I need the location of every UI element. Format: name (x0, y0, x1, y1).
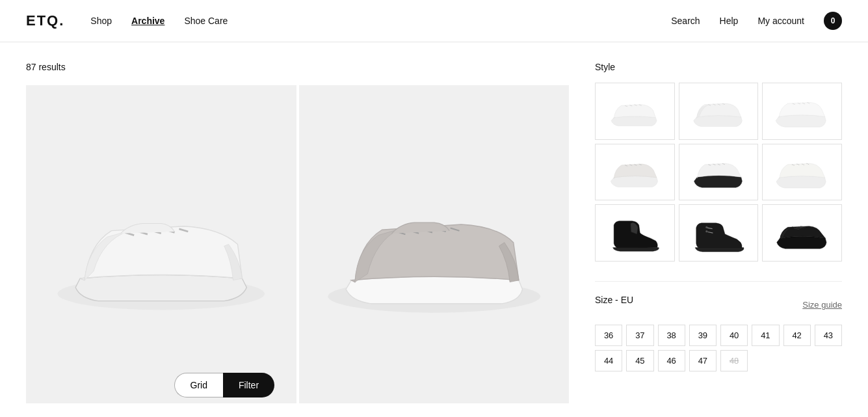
style-card-6[interactable] (762, 144, 842, 201)
style-card-4[interactable] (595, 144, 675, 201)
size-grid: 36373839404142434445464748 (595, 325, 842, 371)
product-area: 87 results (26, 42, 595, 403)
nav-shop[interactable]: Shop (90, 16, 112, 26)
style-card-image-4 (601, 151, 668, 193)
sidebar-filters: Style (595, 42, 842, 403)
size-btn-37[interactable]: 37 (626, 325, 653, 346)
size-filter-title: Size - EU (595, 295, 633, 305)
cart-button[interactable]: 0 (824, 12, 842, 30)
style-filter-section: Style (595, 62, 842, 262)
search-button[interactable]: Search (671, 16, 700, 26)
style-card-7[interactable] (595, 204, 675, 262)
filter-button[interactable]: Filter (223, 373, 274, 397)
size-btn-41[interactable]: 41 (752, 325, 779, 346)
nav-archive[interactable]: Archive (131, 16, 164, 26)
product-card-2[interactable] (299, 85, 570, 403)
my-account-button[interactable]: My account (757, 16, 804, 26)
style-card-1[interactable] (595, 83, 675, 140)
main-content: 87 results (0, 42, 868, 403)
style-filter-title: Style (595, 62, 842, 72)
style-card-image-5 (685, 151, 752, 193)
size-btn-45[interactable]: 45 (626, 350, 653, 371)
style-card-image-8 (685, 212, 752, 254)
size-filter-section: Size - EU Size guide 3637383940414243444… (595, 295, 842, 371)
style-card-image-3 (769, 90, 835, 132)
style-card-image-1 (601, 90, 668, 132)
svg-point-2 (705, 226, 707, 228)
size-btn-39[interactable]: 39 (689, 325, 717, 346)
style-card-image-9 (769, 212, 835, 254)
grid-view-button[interactable]: Grid (174, 373, 223, 397)
style-grid (595, 83, 842, 262)
size-btn-36[interactable]: 36 (595, 325, 622, 346)
size-btn-43[interactable]: 43 (815, 325, 842, 346)
product-image-2 (299, 85, 570, 403)
header-right: Search Help My account 0 (671, 12, 842, 30)
style-card-image-6 (769, 151, 835, 193)
style-card-2[interactable] (679, 83, 759, 140)
divider (595, 281, 842, 282)
svg-point-3 (705, 230, 707, 232)
size-btn-42[interactable]: 42 (783, 325, 811, 346)
size-btn-38[interactable]: 38 (658, 325, 685, 346)
style-card-image-7 (601, 212, 668, 254)
main-nav: Shop Archive Shoe Care (90, 16, 228, 26)
results-count: 87 results (26, 62, 569, 72)
header-left: ETQ. Shop Archive Shoe Care (26, 12, 228, 29)
product-grid (26, 85, 569, 403)
size-guide-link[interactable]: Size guide (802, 300, 842, 310)
nav-shoe-care[interactable]: Shoe Care (184, 16, 228, 26)
product-card-1[interactable] (26, 85, 296, 403)
style-card-3[interactable] (762, 83, 842, 140)
size-btn-47[interactable]: 47 (689, 350, 717, 371)
style-card-5[interactable] (679, 144, 759, 201)
size-btn-40[interactable]: 40 (720, 325, 748, 346)
style-card-8[interactable] (679, 204, 759, 262)
size-btn-44[interactable]: 44 (595, 350, 622, 371)
style-card-image-2 (685, 90, 752, 132)
size-section-header: Size - EU Size guide (595, 295, 842, 316)
header: ETQ. Shop Archive Shoe Care Search Help … (0, 0, 868, 42)
size-btn-48: 48 (720, 350, 748, 371)
style-card-9[interactable] (762, 204, 842, 262)
size-btn-46[interactable]: 46 (658, 350, 685, 371)
logo[interactable]: ETQ. (26, 12, 64, 29)
filter-bar: Grid Filter (174, 373, 275, 397)
product-image-1 (26, 85, 296, 403)
help-button[interactable]: Help (720, 16, 739, 26)
